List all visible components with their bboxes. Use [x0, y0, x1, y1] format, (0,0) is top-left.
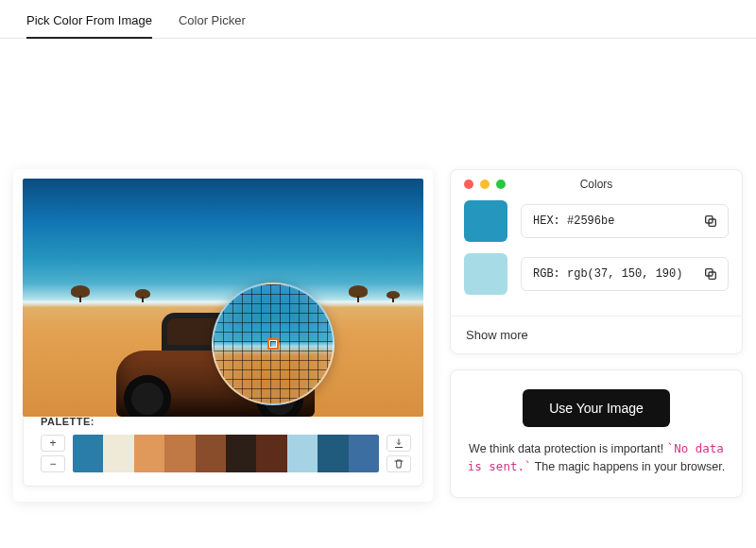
palette-add-button[interactable]: +	[41, 435, 65, 452]
copy-icon[interactable]	[703, 266, 718, 282]
rgb-row: RGB: rgb(37, 150, 190)	[464, 253, 729, 295]
palette-swatch[interactable]	[196, 435, 226, 472]
tabs-bar: Pick Color From Image Color Picker	[0, 0, 756, 39]
window-maximize-dot[interactable]	[496, 180, 506, 189]
car-illustration	[116, 313, 315, 417]
palette-swatch[interactable]	[349, 435, 379, 472]
palette-swatch[interactable]	[318, 435, 348, 472]
rgb-code-text: RGB: rgb(37, 150, 190)	[533, 267, 682, 281]
window-close-dot[interactable]	[464, 180, 473, 189]
hex-swatch[interactable]	[464, 200, 507, 242]
use-your-image-button[interactable]: Use Your Image	[523, 389, 670, 427]
palette-swatch[interactable]	[226, 435, 256, 472]
palette-remove-button[interactable]: −	[41, 455, 65, 472]
hex-row: HEX: #2596be	[464, 200, 729, 242]
hex-code-text: HEX: #2596be	[533, 214, 614, 228]
palette-card: PALETTE: + −	[23, 405, 423, 487]
palette-swatch[interactable]	[73, 435, 103, 472]
tab-color-picker[interactable]: Color Picker	[179, 8, 246, 38]
palette-download-button[interactable]	[387, 435, 411, 452]
colors-panel: Colors HEX: #2596be RGB: rgb(37, 150, 19…	[450, 169, 743, 354]
copy-icon[interactable]	[703, 214, 718, 229]
left-column: PALETTE: + −	[13, 169, 433, 502]
palette-label: PALETTE:	[41, 416, 411, 427]
show-more-button[interactable]: Show more	[451, 316, 742, 353]
palette-swatch[interactable]	[256, 435, 286, 472]
palette-delete-button[interactable]	[387, 455, 411, 472]
image-preview-card: PALETTE: + −	[13, 169, 433, 502]
palette-swatch[interactable]	[164, 435, 195, 472]
rgb-code-box: RGB: rgb(37, 150, 190)	[521, 257, 729, 291]
rgb-swatch[interactable]	[464, 253, 507, 295]
window-controls	[464, 180, 506, 189]
cta-panel: Use Your Image We think data protection …	[450, 369, 743, 498]
window-minimize-dot[interactable]	[480, 180, 490, 189]
trash-icon	[393, 458, 404, 470]
main-area: PALETTE: + −	[0, 39, 756, 502]
cta-text: We think data protection is important! `…	[466, 440, 727, 476]
tab-pick-color-from-image[interactable]: Pick Color From Image	[26, 8, 152, 39]
palette-swatch[interactable]	[103, 435, 133, 472]
download-icon	[393, 437, 404, 449]
hex-code-box: HEX: #2596be	[521, 204, 729, 238]
colors-panel-title: Colors	[580, 178, 613, 191]
palette-swatch[interactable]	[287, 435, 318, 472]
image-preview[interactable]	[23, 179, 423, 417]
palette-swatches[interactable]	[73, 435, 379, 472]
palette-swatch[interactable]	[134, 435, 164, 472]
right-column: Colors HEX: #2596be RGB: rgb(37, 150, 19…	[450, 169, 743, 502]
